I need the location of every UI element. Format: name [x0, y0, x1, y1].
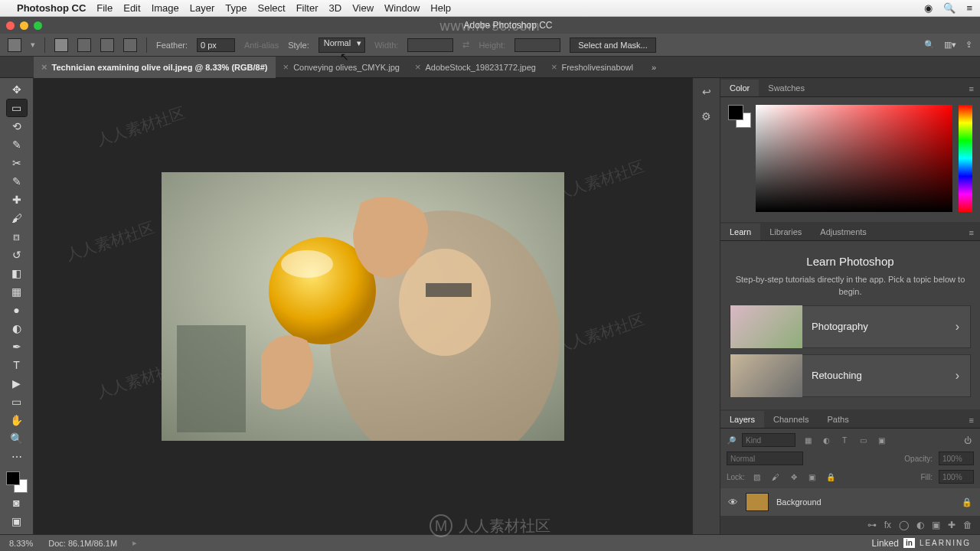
eraser-tool-icon[interactable]: ◧	[7, 265, 27, 282]
filter-type-icon[interactable]: T	[838, 434, 851, 446]
menu-type[interactable]: Type	[225, 2, 247, 14]
tab-paths[interactable]: Paths	[818, 411, 858, 428]
layer-thumbnail[interactable]	[746, 493, 769, 511]
menu-select[interactable]: Select	[257, 2, 285, 14]
lock-all-icon[interactable]: 🔒	[825, 471, 837, 483]
brush-tool-icon[interactable]: 🖌	[7, 210, 27, 227]
opacity-input[interactable]	[939, 452, 974, 465]
panel-menu-icon[interactable]: ≡	[963, 81, 980, 96]
minimize-window-icon[interactable]	[20, 21, 28, 30]
learn-card-photography[interactable]: Photography ›	[730, 305, 971, 348]
history-panel-icon[interactable]: ↩	[702, 86, 711, 98]
tab-libraries[interactable]: Libraries	[760, 223, 811, 240]
tab-swatches[interactable]: Swatches	[759, 80, 814, 96]
lasso-tool-icon[interactable]: ⟲	[7, 118, 27, 135]
lock-artboard-icon[interactable]: ▣	[806, 471, 818, 483]
tab-learn[interactable]: Learn	[720, 223, 760, 240]
hand-tool-icon[interactable]: ✋	[7, 412, 27, 429]
menu-help[interactable]: Help	[430, 2, 451, 14]
layer-filter-select[interactable]	[742, 433, 795, 447]
tool-preset-icon[interactable]	[8, 38, 21, 52]
menu-3d[interactable]: 3D	[329, 2, 342, 14]
search-icon[interactable]: 🔍	[924, 40, 935, 50]
tab-color[interactable]: Color	[720, 80, 759, 96]
type-tool-icon[interactable]: T	[7, 357, 27, 373]
close-tab-icon[interactable]: ×	[283, 61, 289, 73]
app-name[interactable]: Photoshop CC	[17, 2, 86, 14]
menu-view[interactable]: View	[352, 2, 374, 14]
filter-toggle-icon[interactable]: ⏻	[962, 434, 974, 446]
properties-panel-icon[interactable]: ⚙	[701, 110, 711, 122]
screen-mode-icon[interactable]: ▣	[7, 513, 27, 530]
pen-tool-icon[interactable]: ✒	[7, 338, 27, 355]
close-tab-icon[interactable]: ×	[41, 61, 47, 73]
lock-image-icon[interactable]: 🖌	[769, 471, 782, 483]
select-and-mask-button[interactable]: Select and Mask...	[570, 37, 656, 53]
status-chevron-icon[interactable]: ▸	[132, 538, 137, 548]
tab-channels[interactable]: Channels	[764, 411, 818, 428]
quick-mask-icon[interactable]: ◙	[7, 494, 27, 511]
cc-cloud-icon[interactable]: ◉	[924, 2, 933, 14]
group-icon[interactable]: ▣	[932, 520, 940, 530]
doc-size[interactable]: Doc: 86.1M/86.1M	[48, 539, 117, 548]
tab-layers[interactable]: Layers	[720, 411, 764, 428]
adjustment-layer-icon[interactable]: ◐	[916, 520, 924, 530]
style-select[interactable]: Normal ▾	[318, 37, 365, 53]
zoom-tool-icon[interactable]: 🔍	[7, 430, 27, 447]
zoom-window-icon[interactable]	[34, 21, 42, 30]
dodge-tool-icon[interactable]: ◐	[7, 320, 27, 337]
filter-smart-icon[interactable]: ▣	[875, 434, 887, 446]
visibility-eye-icon[interactable]: 👁	[728, 497, 738, 508]
stamp-tool-icon[interactable]: ⧈	[7, 228, 27, 245]
menu-edit[interactable]: Edit	[123, 2, 140, 14]
menu-filter[interactable]: Filter	[296, 2, 318, 14]
crop-tool-icon[interactable]: ✂	[7, 155, 27, 171]
layer-row-background[interactable]: 👁 Background 🔒	[720, 488, 980, 516]
menu-window[interactable]: Window	[384, 2, 420, 14]
fill-input[interactable]	[939, 470, 974, 484]
mask-icon[interactable]: ◯	[899, 520, 909, 530]
filter-adjust-icon[interactable]: ◐	[820, 434, 832, 446]
path-select-tool-icon[interactable]: ▶	[7, 375, 27, 392]
doc-tab[interactable]: ×Fresholivesinabowl	[544, 57, 641, 78]
filter-image-icon[interactable]: ▦	[802, 434, 814, 446]
lock-position-icon[interactable]: ✥	[788, 471, 800, 483]
lock-icon[interactable]: 🔒	[962, 497, 972, 507]
panel-menu-icon[interactable]: ≡	[963, 412, 980, 428]
subtract-selection-icon[interactable]	[100, 38, 114, 52]
hamburger-icon[interactable]: ≡	[966, 2, 972, 14]
add-selection-icon[interactable]	[77, 38, 91, 52]
menu-image[interactable]: Image	[152, 2, 179, 14]
learn-card-retouching[interactable]: Retouching ›	[730, 354, 971, 397]
spotlight-icon[interactable]: 🔍	[943, 2, 956, 14]
canvas-area[interactable]: 人人素材社区 人人素材社区 人人素材社区 人人素材社区 人人素材社区	[34, 78, 692, 534]
workspace-switcher-icon[interactable]: ▥▾	[944, 40, 956, 50]
move-tool-icon[interactable]: ✥	[7, 81, 27, 98]
share-icon[interactable]: ⇪	[965, 40, 972, 50]
color-field[interactable]	[756, 105, 952, 212]
shape-tool-icon[interactable]: ▭	[7, 393, 27, 410]
close-tab-icon[interactable]: ×	[551, 61, 557, 73]
new-selection-icon[interactable]	[54, 38, 68, 52]
filter-search-icon[interactable]: 🔎	[727, 436, 736, 445]
menu-file[interactable]: File	[96, 2, 113, 14]
gradient-tool-icon[interactable]: ▦	[7, 283, 27, 300]
quick-select-tool-icon[interactable]: ✎	[7, 136, 27, 153]
doc-tab-active[interactable]: ×Technician examining olive oil.jpeg @ 8…	[34, 57, 276, 78]
doc-tab[interactable]: ×AdobeStock_198231772.jpeg	[407, 57, 544, 78]
hue-slider[interactable]	[959, 105, 972, 212]
more-tabs-icon[interactable]: »	[645, 63, 663, 72]
history-brush-tool-icon[interactable]: ↺	[7, 246, 27, 263]
color-swatches-icon[interactable]	[6, 471, 28, 493]
new-layer-icon[interactable]: ✚	[948, 520, 956, 530]
intersect-selection-icon[interactable]	[123, 38, 137, 52]
eyedropper-tool-icon[interactable]: ✎	[7, 173, 27, 190]
chevron-down-icon[interactable]: ▾	[31, 40, 35, 50]
lock-transparent-icon[interactable]: ▨	[751, 471, 763, 483]
fx-icon[interactable]: fx	[884, 520, 891, 530]
filter-shape-icon[interactable]: ▭	[857, 434, 869, 446]
document-canvas[interactable]	[162, 172, 564, 441]
blend-mode-select[interactable]	[727, 452, 803, 465]
feather-input[interactable]	[197, 38, 235, 52]
blur-tool-icon[interactable]: ●	[7, 302, 27, 318]
